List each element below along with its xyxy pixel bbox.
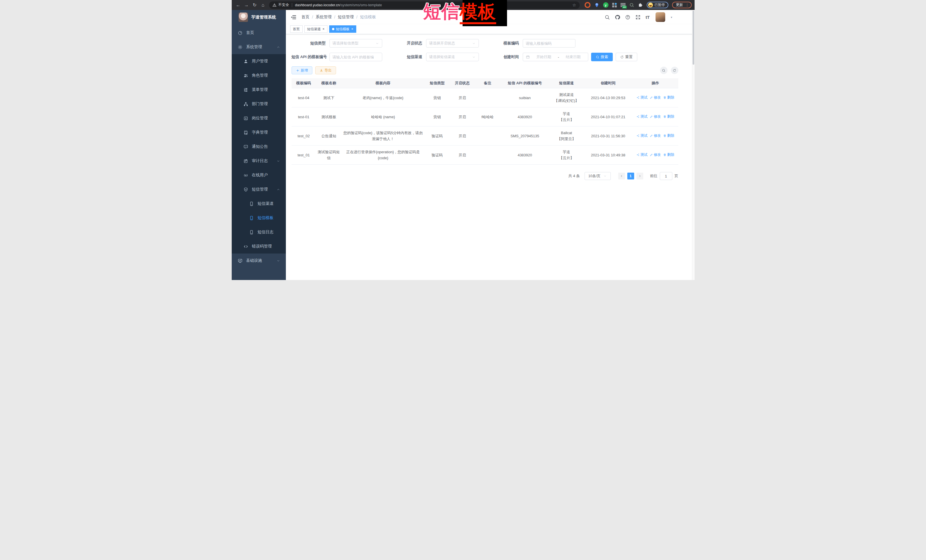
toggle-search-button[interactable]	[660, 66, 667, 74]
page-number-1[interactable]: 1	[627, 173, 634, 180]
extension-list-icon[interactable]: on	[620, 3, 626, 8]
extension-pin-icon[interactable]	[594, 3, 599, 8]
sidebar-item-dict[interactable]: 字典管理	[232, 125, 286, 140]
extension-magnifier-icon[interactable]	[629, 3, 634, 8]
browser-forward-icon[interactable]: →	[243, 2, 250, 9]
row-action-edit[interactable]: 修改	[650, 114, 661, 120]
row-action-edit[interactable]: 修改	[650, 152, 661, 158]
extension-grid-icon[interactable]	[612, 3, 617, 8]
cell-name: 测试模板	[316, 107, 342, 127]
sidebar-item-home[interactable]: 首页	[232, 26, 286, 40]
tab-home[interactable]: 首页	[290, 25, 303, 33]
sidebar-item-label: 错误码管理	[252, 244, 272, 249]
browser-back-icon[interactable]: ←	[235, 2, 242, 9]
scrollbar-thumb[interactable]	[693, 11, 694, 65]
row-action-test[interactable]: 测试	[636, 133, 648, 139]
sidebar-item-user[interactable]: 用户管理	[232, 54, 286, 68]
row-action-delete[interactable]: 删除	[663, 114, 674, 120]
reset-button[interactable]: 重置	[616, 53, 637, 61]
search-icon[interactable]	[605, 15, 610, 20]
browser-update-button[interactable]: 更新 ⋮	[672, 2, 692, 8]
export-button[interactable]: 导出	[315, 66, 336, 74]
sidebar-item-sms-log[interactable]: 短信日志	[232, 225, 286, 239]
next-page-button[interactable]	[636, 173, 643, 180]
profile-paused-chip[interactable]: 已暂停	[647, 2, 668, 8]
font-size-icon[interactable]: tT	[646, 15, 649, 20]
cell-type: 营销	[424, 88, 450, 107]
fullscreen-icon[interactable]	[635, 15, 641, 20]
extension-y-icon[interactable]: y	[603, 2, 608, 8]
filter-api-template-id-input[interactable]	[330, 53, 382, 61]
app-logo[interactable]: 芋道管理系统	[232, 10, 286, 24]
row-action-delete[interactable]: 删除	[663, 152, 674, 158]
filter-sms-channel-select[interactable]: 请选择短信渠道	[426, 53, 479, 61]
row-action-edit[interactable]: 修改	[650, 133, 661, 139]
avatar-caret-down-icon[interactable]: ▾	[670, 16, 672, 19]
phone-icon	[249, 201, 254, 206]
sidebar-item-infra[interactable]: 基础设施	[232, 254, 286, 268]
tab-close-icon[interactable]: ×	[322, 27, 325, 31]
page-size-select[interactable]: 10条/页	[584, 172, 611, 180]
refresh-table-button[interactable]	[671, 66, 678, 74]
address-bar[interactable]: 不安全 dashboard.yudao.iocoder.cn/system/sm…	[269, 2, 580, 9]
sidebar-item-sms-template[interactable]: 短信模板	[232, 211, 286, 225]
not-secure-warning-icon	[272, 3, 277, 7]
filter-group-sms-channel: 短信渠道请选择短信渠道	[407, 53, 479, 61]
breadcrumb-item-2[interactable]: 短信管理	[338, 15, 354, 20]
filter-enable-status-select[interactable]: 请选择开启状态	[426, 39, 479, 48]
filter-template-code-input[interactable]	[523, 39, 575, 48]
sidebar-item-dept[interactable]: 部门管理	[232, 97, 286, 111]
filter-label: 短信渠道	[407, 54, 426, 60]
sidebar-item-system[interactable]: 系统管理	[232, 40, 286, 54]
table-row: test_01测试验证码短信正在进行登录操作{operation}，您的验证码是…	[292, 146, 678, 165]
sidebar-item-audit-log[interactable]: 审计日志	[232, 154, 286, 168]
tab-close-icon[interactable]: ×	[351, 27, 353, 31]
placeholder: 请选择短信类型	[333, 41, 359, 46]
row-action-test[interactable]: 测试	[636, 114, 648, 120]
row-action-test[interactable]: 测试	[636, 95, 648, 101]
sidebar-item-sms-channel[interactable]: 短信渠道	[232, 196, 286, 211]
row-action-delete[interactable]: 删除	[663, 95, 674, 101]
filter-sms-type-select[interactable]: 请选择短信类型	[330, 39, 382, 48]
kebab-menu-icon[interactable]: ⋮	[685, 3, 689, 7]
extensions-puzzle-icon[interactable]	[638, 3, 643, 8]
row-action-delete[interactable]: 删除	[663, 133, 674, 139]
bookmark-star-icon[interactable]: ☆	[572, 3, 576, 8]
help-icon[interactable]	[625, 15, 631, 20]
goto-page-input[interactable]	[660, 172, 672, 180]
user-avatar[interactable]	[655, 12, 665, 22]
browser-reload-icon[interactable]: ↻	[251, 2, 259, 9]
sidebar-item-role[interactable]: 角色管理	[232, 68, 286, 83]
chevron-down-icon	[472, 42, 476, 45]
browser-home-icon[interactable]: ⌂	[259, 2, 267, 9]
window-scrollbar[interactable]	[692, 10, 694, 280]
row-action-edit[interactable]: 修改	[650, 95, 661, 101]
github-icon[interactable]	[615, 15, 620, 20]
sidebar-item-post[interactable]: 岗位管理	[232, 111, 286, 125]
extension-ring-icon[interactable]	[584, 2, 590, 8]
cell-ops: 测试修改删除	[632, 107, 678, 127]
cell-channel: 芋道 【云片】	[549, 146, 584, 165]
sidebar-item-error-code[interactable]: 错误码管理	[232, 239, 286, 254]
sidebar-item-menu[interactable]: 菜单管理	[232, 83, 286, 97]
search-button[interactable]: 搜索	[591, 53, 613, 61]
filter-create-time-daterange[interactable]: 开始日期 - 结束日期	[523, 53, 588, 61]
sidebar-item-online-user[interactable]: 在线用户	[232, 168, 286, 182]
sidebar-item-sms[interactable]: 短信管理	[232, 182, 286, 196]
cell-remark	[475, 88, 501, 107]
sidebar-collapse-icon[interactable]	[291, 14, 297, 20]
chevron-down-icon	[277, 159, 280, 163]
tab-sms-template[interactable]: 短信模板 ×	[329, 25, 356, 33]
column-header-status: 开启状态	[450, 78, 475, 88]
breadcrumb-item-0[interactable]: 首页	[301, 15, 310, 20]
cell-remark	[475, 127, 501, 146]
row-action-test[interactable]: 测试	[636, 152, 648, 158]
sms-shield-icon	[244, 187, 248, 192]
tab-sms-channel[interactable]: 短信渠道 ×	[304, 25, 327, 33]
tab-label: 短信渠道	[307, 27, 321, 32]
add-button[interactable]: 新增	[292, 66, 312, 74]
sidebar-item-notice[interactable]: 通知公告	[232, 140, 286, 154]
breadcrumb-item-1[interactable]: 系统管理	[316, 15, 331, 20]
prev-page-button[interactable]	[618, 173, 625, 180]
plus-icon	[296, 69, 300, 72]
